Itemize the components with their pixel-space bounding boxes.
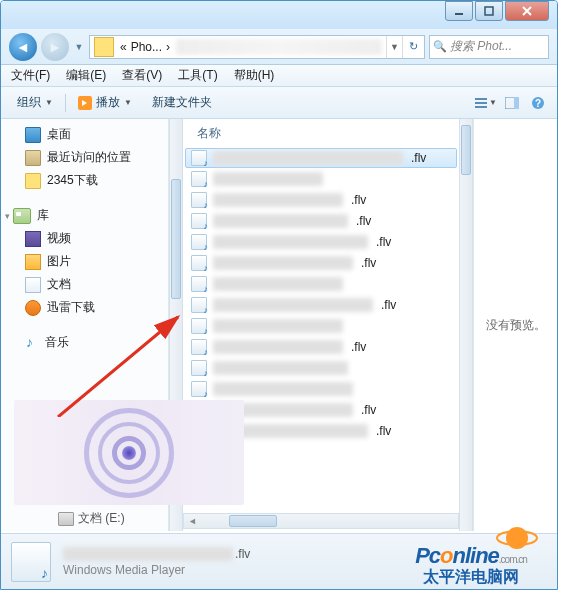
menu-file[interactable]: 文件(F) xyxy=(11,67,50,84)
sidebar-item-xunlei[interactable]: 迅雷下载 xyxy=(1,296,168,319)
file-row[interactable]: .flv xyxy=(185,295,457,315)
sidebar-item-documents[interactable]: 文档 xyxy=(1,273,168,296)
svg-rect-1 xyxy=(485,7,493,15)
file-row[interactable] xyxy=(185,358,457,378)
new-folder-button[interactable]: 新建文件夹 xyxy=(144,91,220,114)
horizontal-scrollbar[interactable]: ◄ xyxy=(183,513,459,529)
search-icon: 🔍 xyxy=(430,40,450,53)
svg-rect-4 xyxy=(475,106,487,108)
file-row[interactable] xyxy=(185,169,457,189)
flv-file-icon xyxy=(191,339,207,355)
flv-file-icon xyxy=(191,192,207,208)
file-ext: .flv xyxy=(354,214,371,228)
refresh-button[interactable]: ↻ xyxy=(402,36,424,58)
file-ext: .flv xyxy=(349,340,366,354)
svg-rect-6 xyxy=(514,97,519,109)
sidebar-item-videos[interactable]: 视频 xyxy=(1,227,168,250)
libraries-icon xyxy=(13,208,31,224)
sidebar-item-downloads[interactable]: 2345下载 xyxy=(1,169,168,192)
file-app: Windows Media Player xyxy=(63,563,250,577)
minimize-button[interactable] xyxy=(445,1,473,21)
column-header-name[interactable]: 名称 xyxy=(185,123,457,148)
close-button[interactable] xyxy=(505,1,549,21)
search-placeholder: 搜索 Phot... xyxy=(450,38,512,55)
hscroll-thumb[interactable] xyxy=(229,515,277,527)
sidebar-item-recent[interactable]: 最近访问的位置 xyxy=(1,146,168,169)
maximize-button[interactable] xyxy=(475,1,503,21)
flv-file-icon xyxy=(191,234,207,250)
file-row[interactable]: .flv xyxy=(185,148,457,168)
sidebar-item-desktop[interactable]: 桌面 xyxy=(1,123,168,146)
filename-blurred xyxy=(213,214,348,228)
flv-file-icon xyxy=(191,360,207,376)
sidebar-item-libraries[interactable]: ▾库 xyxy=(1,204,168,227)
file-row[interactable] xyxy=(185,316,457,336)
address-bar[interactable]: « Pho... › ▼ ↻ xyxy=(89,35,425,59)
flv-file-icon xyxy=(191,381,207,397)
menu-tools[interactable]: 工具(T) xyxy=(178,67,217,84)
xunlei-icon xyxy=(25,300,41,316)
file-row[interactable] xyxy=(185,274,457,294)
file-ext: .flv xyxy=(359,403,376,417)
file-ext: .flv xyxy=(409,151,426,165)
file-ext: .flv xyxy=(379,298,396,312)
breadcrumb-sep[interactable]: › xyxy=(164,40,172,54)
scrollbar-thumb[interactable] xyxy=(171,179,181,299)
play-button[interactable]: 播放▼ xyxy=(70,91,140,114)
flv-file-icon xyxy=(191,255,207,271)
file-row[interactable]: .flv xyxy=(185,232,457,252)
drive-icon xyxy=(58,512,74,526)
back-button[interactable]: ◄ xyxy=(9,33,37,61)
sidebar-item-docs-e[interactable]: 文档 (E:) xyxy=(58,510,125,527)
organize-button[interactable]: 组织▼ xyxy=(9,91,61,114)
picture-icon xyxy=(25,254,41,270)
file-row[interactable]: .flv xyxy=(185,190,457,210)
filelist-scrollbar[interactable] xyxy=(459,119,473,531)
svg-rect-0 xyxy=(455,13,463,15)
folder-icon xyxy=(94,37,114,57)
menubar: 文件(F) 编辑(E) 查看(V) 工具(T) 帮助(H) xyxy=(1,65,557,87)
pconline-logo: Pconline.com.cn 太平洋电脑网 xyxy=(386,543,556,588)
forward-button[interactable]: ► xyxy=(41,33,69,61)
sidebar-item-music[interactable]: 音乐 xyxy=(1,331,168,354)
video-icon xyxy=(25,231,41,247)
menu-view[interactable]: 查看(V) xyxy=(122,67,162,84)
menu-help[interactable]: 帮助(H) xyxy=(234,67,275,84)
breadcrumb-item[interactable]: Pho... xyxy=(129,40,164,54)
flv-file-icon xyxy=(191,297,207,313)
folder-icon xyxy=(25,173,41,189)
preview-pane: 没有预览。 xyxy=(473,119,557,531)
collapse-icon[interactable]: ▾ xyxy=(5,211,10,221)
file-row[interactable]: .flv xyxy=(185,253,457,273)
preview-empty-text: 没有预览。 xyxy=(486,317,546,334)
flv-file-icon xyxy=(191,318,207,334)
svg-rect-2 xyxy=(475,98,487,100)
address-dropdown[interactable]: ▼ xyxy=(386,36,402,58)
svg-text:?: ? xyxy=(535,98,541,109)
search-box[interactable]: 🔍 搜索 Phot... xyxy=(429,35,549,59)
flv-file-icon xyxy=(191,213,207,229)
filename-blurred xyxy=(213,193,343,207)
breadcrumb-blurred xyxy=(176,39,382,55)
file-row[interactable]: .flv xyxy=(185,337,457,357)
file-ext: .flv xyxy=(374,424,391,438)
filename-blurred xyxy=(213,361,348,375)
help-button[interactable]: ? xyxy=(527,92,549,114)
filename-blurred xyxy=(213,382,353,396)
media-visualizer-overlay xyxy=(14,400,244,505)
details-text: .flv Windows Media Player xyxy=(63,547,250,577)
navbar: ◄ ► ▼ « Pho... › ▼ ↻ 🔍 搜索 Phot... xyxy=(1,29,557,65)
file-row[interactable]: .flv xyxy=(185,211,457,231)
toolbar: 组织▼ 播放▼ 新建文件夹 ▼ ? xyxy=(1,87,557,119)
scrollbar-thumb[interactable] xyxy=(461,125,471,175)
sidebar-item-pictures[interactable]: 图片 xyxy=(1,250,168,273)
nav-history-dropdown[interactable]: ▼ xyxy=(73,42,85,52)
file-row[interactable] xyxy=(185,379,457,399)
view-options-button[interactable]: ▼ xyxy=(475,92,497,114)
preview-pane-button[interactable] xyxy=(501,92,523,114)
menu-edit[interactable]: 编辑(E) xyxy=(66,67,106,84)
document-icon xyxy=(25,277,41,293)
filename-blurred xyxy=(213,340,343,354)
flv-file-icon xyxy=(191,171,207,187)
filename-blurred xyxy=(213,151,403,165)
